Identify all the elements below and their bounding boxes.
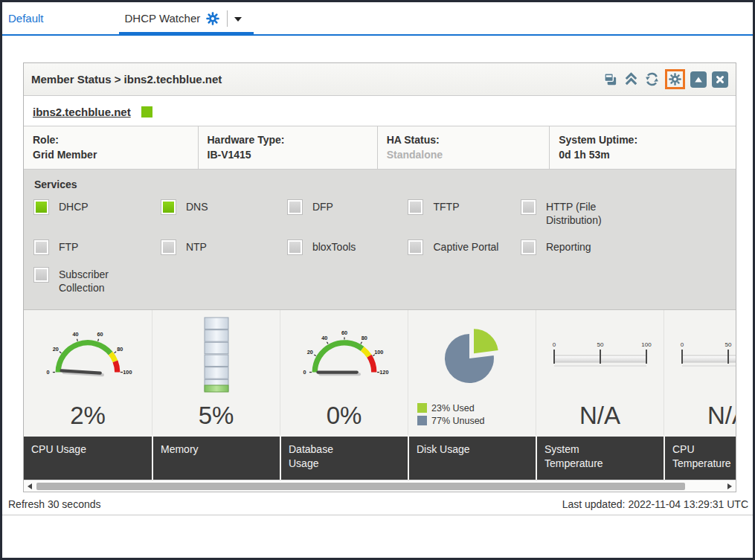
service-tftp: TFTP	[408, 200, 521, 227]
service-status-square	[288, 240, 302, 254]
tab-gear-icon[interactable]	[205, 11, 220, 26]
info-ha-status: HA Status: Standalone	[377, 126, 550, 169]
dashboard-frame: Default DHCP Watcher	[0, 0, 755, 560]
scroll-left-arrow-icon[interactable]	[28, 483, 32, 489]
settings-gear-icon[interactable]	[668, 72, 682, 86]
gauges-row: 020406080100 2% 5% 020406080100120 0%	[24, 310, 736, 435]
tab-bar: Default DHCP Watcher	[2, 2, 753, 36]
horizontal-scrollbar[interactable]	[24, 480, 736, 492]
status-bar: Refresh 30 seconds Last updated: 2022-11…	[2, 492, 753, 515]
service-subscriber-collection: Subscriber Collection	[34, 268, 161, 295]
services-grid: DHCP DNS DFP TFTP HTTP (File Distributio…	[34, 200, 725, 295]
svg-text:40: 40	[72, 331, 78, 338]
svg-text:0: 0	[47, 369, 50, 376]
widget-header: Member Status > ibns2.techblue.net	[24, 63, 736, 96]
service-http-file-distribution: HTTP (File Distribution)	[521, 200, 725, 227]
svg-text:0: 0	[303, 369, 306, 376]
last-updated-text: Last updated: 2022-11-04 13:29:31 UTC	[562, 498, 748, 510]
service-status-square	[34, 240, 48, 254]
info-uptime-value: 0d 1h 53m	[559, 147, 727, 162]
tab-divider	[227, 10, 228, 27]
services-section: Services DHCP DNS DFP TFTP HTTP (File Di…	[24, 170, 736, 311]
database-usage-cell: 020406080100120 0%	[280, 310, 408, 435]
scrollbar-thumb[interactable]	[36, 483, 685, 490]
svg-text:0: 0	[680, 341, 684, 348]
legend-used: 23% Used	[417, 403, 485, 413]
label-database-usage: Database Usage	[280, 437, 408, 480]
member-link[interactable]: ibns2.techblue.net	[33, 106, 131, 118]
service-status-square	[521, 200, 536, 214]
service-ntp: NTP	[161, 240, 288, 254]
info-role: Role: Grid Member	[24, 126, 198, 169]
service-dhcp: DHCP	[34, 200, 161, 227]
cpu-usage-cell: 020406080100 2%	[24, 310, 152, 435]
system-temperature-gauge: 050100	[544, 310, 656, 399]
svg-text:50: 50	[597, 341, 603, 348]
tab-default[interactable]: Default	[8, 12, 44, 25]
svg-text:80: 80	[361, 335, 367, 341]
svg-text:60: 60	[341, 330, 347, 336]
info-ha-value: Standalone	[387, 147, 541, 162]
refresh-icon[interactable]	[644, 71, 660, 87]
service-reporting: Reporting	[521, 240, 725, 254]
chevron-down-icon[interactable]	[234, 17, 242, 22]
info-role-label: Role:	[33, 132, 189, 147]
legend-unused-swatch	[417, 416, 427, 425]
legend-unused: 77% Unused	[417, 416, 485, 426]
info-hardware-label: Hardware Type:	[208, 132, 368, 147]
member-status-indicator	[141, 106, 152, 118]
gauge-labels-row: CPU Usage Memory Database Usage Disk Usa…	[24, 437, 736, 480]
disk-usage-pie	[438, 310, 507, 396]
cpu-temperature-cell: 050100 N/A	[664, 310, 736, 435]
member-info-table: Role: Grid Member Hardware Type: IB-V141…	[24, 126, 736, 170]
service-status-square	[161, 240, 176, 254]
service-status-square	[521, 240, 536, 254]
cpu-usage-value: 2%	[70, 399, 106, 432]
label-cpu-usage: CPU Usage	[24, 437, 152, 480]
member-row: ibns2.techblue.net	[24, 96, 736, 126]
info-hardware: Hardware Type: IB-V1415	[198, 126, 377, 169]
svg-text:100: 100	[123, 369, 132, 376]
svg-text:100: 100	[641, 341, 652, 348]
refresh-interval-text: Refresh 30 seconds	[8, 498, 101, 510]
memory-value: 5%	[199, 399, 234, 432]
gauges-section: 020406080100 2% 5% 020406080100120 0%	[24, 310, 736, 480]
memory-cell: 5%	[152, 310, 280, 435]
settings-highlight-box	[665, 69, 685, 89]
close-icon[interactable]	[712, 71, 728, 88]
member-status-widget: Member Status > ibns2.techblue.net	[23, 62, 736, 492]
panel-up-icon[interactable]	[690, 71, 707, 88]
cpu-temperature-value: N/A	[707, 399, 736, 432]
svg-text:0: 0	[552, 341, 556, 348]
service-dfp: DFP	[288, 200, 409, 227]
disk-usage-legend: 23% Used 77% Unused	[408, 396, 485, 432]
svg-text:40: 40	[321, 335, 327, 341]
scroll-right-arrow-icon[interactable]	[727, 483, 732, 489]
collapse-all-icon[interactable]	[623, 71, 639, 87]
system-temperature-cell: 050100 N/A	[536, 310, 664, 435]
label-system-temperature: System Temperature	[536, 437, 664, 480]
service-status-square	[161, 200, 176, 214]
widget-title: Member Status > ibns2.techblue.net	[31, 73, 222, 86]
svg-text:20: 20	[306, 349, 312, 355]
svg-text:100: 100	[374, 349, 383, 355]
info-uptime: System Uptime: 0d 1h 53m	[549, 126, 736, 169]
label-cpu-temperature: CPU Temperature	[664, 437, 736, 480]
database-usage-value: 0%	[327, 399, 362, 432]
service-dns: DNS	[161, 200, 288, 227]
copy-icon[interactable]	[603, 71, 618, 87]
service-status-square	[34, 200, 48, 214]
system-temperature-value: N/A	[579, 399, 620, 432]
service-captive-portal: Captive Portal	[408, 240, 521, 254]
service-bloxtools: bloxTools	[288, 240, 409, 254]
service-status-square	[34, 268, 48, 282]
database-usage-gauge: 020406080100120	[298, 310, 391, 399]
label-disk-usage: Disk Usage	[408, 437, 536, 480]
service-status-square	[408, 240, 423, 254]
tab-dhcp-watcher[interactable]: DHCP Watcher	[122, 2, 251, 34]
service-status-square	[288, 200, 302, 214]
tab-active-label: DHCP Watcher	[125, 12, 201, 25]
service-ftp: FTP	[34, 240, 161, 254]
memory-cylinder	[194, 310, 239, 399]
label-memory: Memory	[152, 437, 280, 480]
